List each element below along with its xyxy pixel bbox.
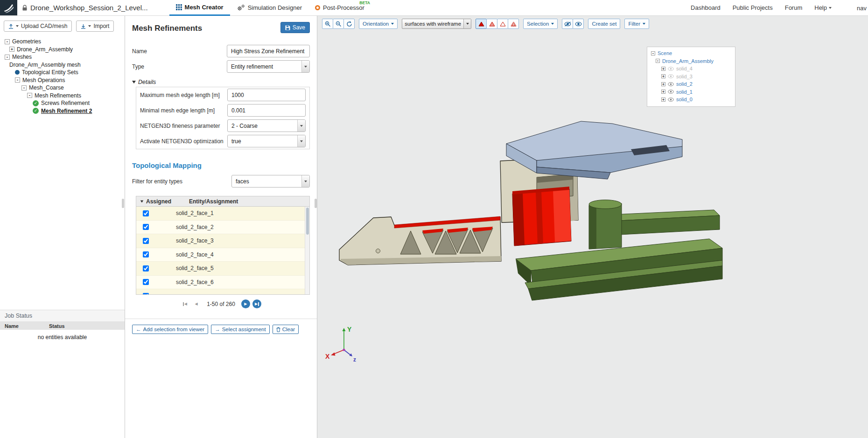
scene-assembly-row[interactable]: - Drone_Arm_Assembly [647, 57, 735, 65]
select-caret-icon[interactable] [301, 61, 309, 72]
scene-root-row[interactable]: - Scene [647, 49, 735, 57]
scene-solid-row[interactable]: + solid_2 [647, 80, 735, 88]
assignment-row[interactable] [136, 289, 309, 294]
expand-icon[interactable]: + [661, 67, 665, 71]
nav-link-dashboard[interactable]: Dashboard [691, 4, 721, 11]
name-input[interactable] [227, 45, 310, 57]
table-scrollbar[interactable] [305, 207, 309, 294]
job-status-header[interactable]: Job Status [0, 310, 125, 322]
selection-dropdown[interactable]: Selection [523, 19, 558, 29]
row-checkbox[interactable] [143, 210, 149, 216]
create-set-button[interactable]: Create set [588, 19, 620, 29]
fineness-select[interactable]: 2 - Coarse [227, 119, 306, 132]
sidebar-resize-handle[interactable] [122, 199, 124, 208]
show-all-button[interactable] [573, 19, 584, 29]
min-edge-input[interactable] [227, 104, 306, 117]
tree-expander-icon[interactable] [5, 55, 10, 60]
mesh-display-shaded-button[interactable] [486, 19, 497, 29]
select-caret-icon[interactable] [297, 135, 305, 147]
row-checkbox[interactable] [143, 293, 149, 294]
visibility-eye-icon[interactable] [668, 82, 674, 86]
prev-page-button[interactable]: ◀ [192, 299, 201, 308]
expand-icon[interactable]: + [661, 90, 665, 94]
expand-icon[interactable]: + [661, 82, 665, 86]
tree-item[interactable]: ✓ Mesh_Coarse [0, 84, 125, 92]
assigned-column-header[interactable]: Assigned [146, 198, 189, 205]
scrollbar-thumb[interactable] [306, 208, 309, 235]
tree-item[interactable]: ✓ Topological Entity Sets [0, 69, 125, 76]
select-caret-icon[interactable] [297, 120, 305, 132]
tree-expander-icon[interactable] [27, 93, 32, 98]
assignment-row[interactable]: solid_2_face_2 [136, 221, 309, 235]
type-select[interactable]: Entity refinement [227, 60, 310, 73]
entity-column-header[interactable]: Entity/Assignment [189, 198, 238, 205]
row-checkbox[interactable] [143, 279, 149, 285]
hide-selection-button[interactable] [562, 19, 573, 29]
visibility-eye-icon[interactable] [668, 74, 674, 78]
row-checkbox[interactable] [143, 251, 149, 257]
render-mode-select[interactable]: surfaces with wireframe [402, 19, 471, 29]
import-button[interactable]: Import [76, 21, 114, 32]
clear-button[interactable]: Clear [273, 325, 299, 334]
tree-item[interactable]: ✓ Geometries [0, 38, 125, 46]
optimization-select[interactable]: true [227, 135, 306, 147]
sort-triangle-icon[interactable] [140, 200, 143, 202]
expand-icon[interactable]: + [661, 74, 665, 78]
tree-expander-icon[interactable] [5, 39, 10, 44]
select-caret-icon[interactable] [463, 19, 471, 28]
collapse-icon[interactable]: - [656, 59, 660, 63]
tree-item[interactable]: ✓ Screws Refinement [0, 99, 125, 107]
visibility-eye-icon[interactable] [668, 90, 674, 94]
visibility-eye-icon[interactable] [668, 67, 674, 71]
assignment-row[interactable]: solid_2_face_3 [136, 234, 309, 248]
add-selection-button[interactable]: ← Add selection from viewer [132, 325, 208, 334]
select-assignment-button[interactable]: → Select assignment [211, 325, 269, 334]
row-checkbox[interactable] [143, 238, 149, 244]
tree-item[interactable]: ✓ Drone_Arm_Assembly mesh [0, 61, 125, 69]
tree-expander-icon[interactable] [15, 77, 20, 83]
save-button[interactable]: Save [280, 22, 310, 33]
scene-solid-row[interactable]: + solid_0 [647, 96, 735, 104]
viewer-canvas[interactable]: - Scene - Drone_Arm_Assembly + [317, 32, 868, 438]
tree-expander-icon[interactable] [9, 47, 14, 52]
tab-post-processor[interactable]: Post-Processor BETA [308, 0, 371, 16]
assignment-row[interactable]: solid_2_face_6 [136, 276, 309, 290]
collapse-icon[interactable]: - [651, 51, 655, 56]
tree-item[interactable]: ✓ Mesh Refinements [0, 92, 125, 100]
tree-item[interactable]: ✓ Drone_Arm_Assembly [0, 46, 125, 54]
filter-dropdown[interactable]: Filter [624, 19, 649, 29]
nav-link-forum[interactable]: Forum [785, 4, 803, 11]
row-checkbox[interactable] [143, 224, 149, 230]
assignment-row[interactable]: solid_2_face_4 [136, 248, 309, 262]
tree-item[interactable]: ✓ Meshes [0, 53, 125, 61]
zoom-out-button[interactable] [333, 19, 344, 29]
viewer-3d[interactable]: Orientation surfaces with wireframe [317, 16, 868, 438]
mesh-display-solid-button[interactable] [476, 19, 487, 29]
entity-type-select[interactable]: faces [231, 175, 310, 188]
tab-mesh-creator[interactable]: Mesh Creator [169, 0, 230, 16]
mesh-display-surface-wireframe-button[interactable] [508, 19, 519, 29]
scene-solid-row[interactable]: + solid_1 [647, 88, 735, 96]
tab-simulation-designer[interactable]: Simulation Designer [230, 0, 308, 16]
last-page-button[interactable]: ▶ [252, 299, 261, 308]
drone-arm-model[interactable] [317, 32, 868, 438]
scene-solid-row[interactable]: + solid_3 [647, 73, 735, 81]
next-page-button[interactable]: ▶ [241, 299, 250, 308]
select-caret-icon[interactable] [301, 175, 309, 187]
project-title[interactable]: Drone_Workshop_Session_2_Level... [30, 4, 148, 12]
orientation-dropdown[interactable]: Orientation [359, 19, 398, 29]
zoom-in-button[interactable] [322, 19, 333, 29]
panel-resize-handle[interactable] [315, 199, 317, 208]
tree-item[interactable]: ✓ Mesh Operations [0, 76, 125, 84]
scene-solid-row[interactable]: + solid_4 [647, 65, 735, 73]
nav-link-public-projects[interactable]: Public Projects [733, 4, 773, 11]
assignment-row[interactable]: solid_2_face_5 [136, 262, 309, 276]
tree-item[interactable]: ✓ Mesh Refinement 2 [0, 107, 125, 115]
upload-cad-button[interactable]: Upload CAD/mesh [4, 21, 72, 32]
tree-expander-icon[interactable] [21, 85, 27, 90]
max-edge-input[interactable] [227, 89, 306, 101]
zoom-fit-refresh-button[interactable] [343, 19, 355, 29]
visibility-eye-icon[interactable] [668, 97, 674, 102]
row-checkbox[interactable] [143, 265, 149, 271]
mesh-display-wireframe-button[interactable] [497, 19, 508, 29]
